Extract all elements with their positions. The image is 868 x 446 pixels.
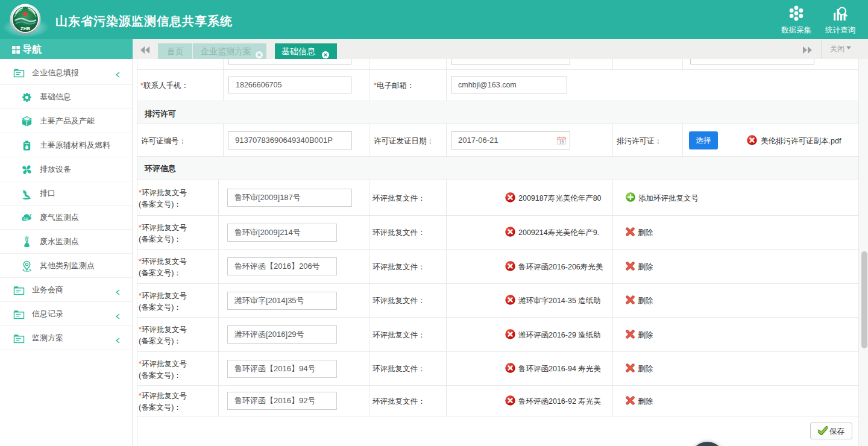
svg-text:ZHB: ZHB — [20, 26, 31, 31]
svg-text:15: 15 — [559, 140, 564, 144]
svg-text:CO: CO — [24, 217, 29, 221]
